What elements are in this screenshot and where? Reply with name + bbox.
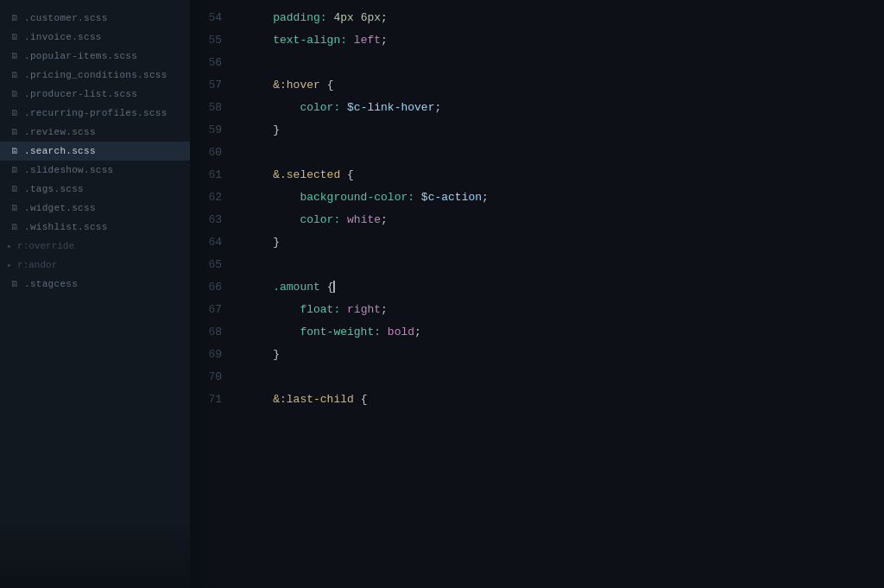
sidebar-file-label: .slideshow.scss bbox=[24, 165, 114, 175]
sidebar-file-label: .stagcess bbox=[24, 279, 78, 289]
code-line bbox=[246, 52, 884, 74]
line-number: 61 bbox=[190, 164, 222, 187]
sidebar-file-item[interactable]: 🗎.search.scss bbox=[0, 142, 190, 161]
sidebar-file-label: .review.scss bbox=[24, 127, 96, 137]
sidebar-file-item[interactable]: 🗎.pricing_conditions.scss bbox=[0, 66, 190, 85]
file-icon: 🗎 bbox=[10, 146, 19, 156]
code-line: .amount { bbox=[246, 276, 884, 299]
file-icon: 🗎 bbox=[10, 13, 19, 23]
line-number: 67 bbox=[190, 299, 222, 321]
line-numbers: 545556575859606162636465666768697071 bbox=[190, 0, 237, 588]
code-line: float: right; bbox=[246, 299, 884, 321]
file-icon: 🗎 bbox=[10, 70, 19, 80]
sidebar-file-label: .producer-list.scss bbox=[24, 89, 137, 99]
code-line: font-weight: bold; bbox=[246, 321, 884, 344]
line-number: 66 bbox=[190, 276, 222, 299]
sidebar-file-label: .widget.scss bbox=[24, 203, 96, 213]
sidebar-file-item[interactable]: 🗎.review.scss bbox=[0, 123, 190, 142]
sidebar-file-item[interactable]: 🗎.producer-list.scss bbox=[0, 85, 190, 104]
file-sidebar: 🗎.customer.scss🗎.invoice.scss🗎.popular-i… bbox=[0, 0, 190, 588]
line-number: 57 bbox=[190, 74, 222, 97]
sidebar-file-item[interactable]: 🗎.slideshow.scss bbox=[0, 161, 190, 180]
line-number: 65 bbox=[190, 254, 222, 276]
sidebar-file-item[interactable]: 🗎.popular-items.scss bbox=[0, 47, 190, 66]
line-number: 62 bbox=[190, 187, 222, 209]
file-icon: 🗎 bbox=[10, 108, 19, 118]
sidebar-folder-item[interactable]: ▸r:override bbox=[0, 237, 190, 256]
code-line bbox=[246, 254, 884, 276]
line-number: 64 bbox=[190, 231, 222, 254]
file-icon: 🗎 bbox=[10, 89, 19, 99]
sidebar-file-item[interactable]: 🗎.invoice.scss bbox=[0, 28, 190, 47]
sidebar-file-item[interactable]: 🗎.stagcess bbox=[0, 275, 190, 294]
folder-icon: ▸ bbox=[7, 241, 12, 251]
line-number: 55 bbox=[190, 29, 222, 52]
file-icon: 🗎 bbox=[10, 203, 19, 213]
line-number: 63 bbox=[190, 209, 222, 231]
code-editor: 545556575859606162636465666768697071 pad… bbox=[190, 0, 884, 588]
line-number: 58 bbox=[190, 97, 222, 119]
code-line: } bbox=[246, 119, 884, 142]
line-number: 56 bbox=[190, 52, 222, 74]
sidebar-file-item[interactable]: 🗎.widget.scss bbox=[0, 199, 190, 218]
line-number: 70 bbox=[190, 366, 222, 389]
file-icon: 🗎 bbox=[10, 184, 19, 194]
sidebar-file-item[interactable]: 🗎.recurring-profiles.scss bbox=[0, 104, 190, 123]
sidebar-folder-label: r:andor bbox=[17, 260, 57, 270]
sidebar-folder-label: r:override bbox=[17, 241, 74, 251]
sidebar-folder-item[interactable]: ▸r:andor bbox=[0, 256, 190, 275]
file-icon: 🗎 bbox=[10, 32, 19, 42]
code-line: padding: 4px 6px; bbox=[246, 7, 884, 29]
sidebar-file-label: .recurring-profiles.scss bbox=[24, 108, 167, 118]
sidebar-file-item[interactable]: 🗎.wishlist.scss bbox=[0, 218, 190, 237]
file-icon: 🗎 bbox=[10, 127, 19, 137]
code-line: } bbox=[246, 231, 884, 254]
folder-icon: ▸ bbox=[7, 260, 12, 270]
code-line bbox=[246, 142, 884, 164]
sidebar-file-item[interactable]: 🗎.customer.scss bbox=[0, 9, 190, 28]
code-line bbox=[246, 366, 884, 389]
line-number: 60 bbox=[190, 142, 222, 164]
code-line: &.selected { bbox=[246, 164, 884, 187]
code-line: &:last-child { bbox=[246, 389, 884, 411]
sidebar-file-label: .search.scss bbox=[24, 146, 96, 156]
line-number: 59 bbox=[190, 119, 222, 142]
file-icon: 🗎 bbox=[10, 51, 19, 61]
line-number: 69 bbox=[190, 344, 222, 366]
code-line: text-align: left; bbox=[246, 29, 884, 52]
sidebar-file-label: .popular-items.scss bbox=[24, 51, 137, 61]
line-number: 54 bbox=[190, 7, 222, 29]
file-icon: 🗎 bbox=[10, 279, 19, 289]
file-icon: 🗎 bbox=[10, 165, 19, 175]
code-line: } bbox=[246, 344, 884, 366]
sidebar-file-label: .pricing_conditions.scss bbox=[24, 70, 167, 80]
code-line: color: $c-link-hover; bbox=[246, 97, 884, 119]
line-number: 71 bbox=[190, 389, 222, 411]
code-line: color: white; bbox=[246, 209, 884, 231]
code-lines: padding: 4px 6px; text-align: left; &:ho… bbox=[237, 0, 884, 588]
sidebar-file-label: .invoice.scss bbox=[24, 32, 102, 42]
line-number: 68 bbox=[190, 321, 222, 344]
code-line: background-color: $c-action; bbox=[246, 187, 884, 209]
code-line: &:hover { bbox=[246, 74, 884, 97]
sidebar-file-label: .tags.scss bbox=[24, 184, 84, 194]
sidebar-file-item[interactable]: 🗎.tags.scss bbox=[0, 180, 190, 199]
sidebar-file-label: .wishlist.scss bbox=[24, 222, 108, 232]
sidebar-file-label: .customer.scss bbox=[24, 13, 108, 23]
file-icon: 🗎 bbox=[10, 222, 19, 232]
